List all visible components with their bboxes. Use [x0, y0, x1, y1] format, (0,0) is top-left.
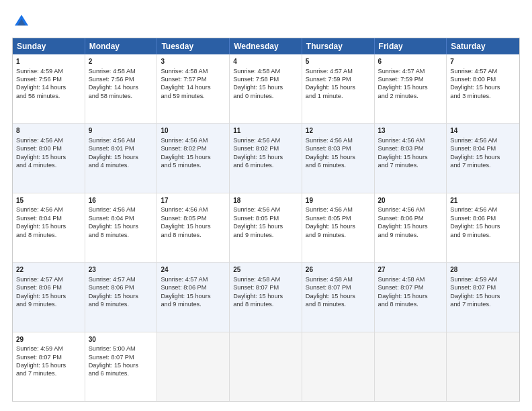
day-info-line: Sunrise: 4:59 AM — [16, 345, 81, 353]
day-info-line: Sunrise: 4:57 AM — [161, 275, 226, 283]
day-info-line: Daylight: 15 hours — [16, 153, 81, 161]
day-info-line: Sunrise: 4:56 AM — [161, 136, 226, 144]
day-info-line: Sunrise: 4:57 AM — [378, 67, 443, 75]
day-info-line: Sunrise: 4:56 AM — [89, 205, 154, 214]
day-info-line: Sunrise: 5:00 AM — [89, 345, 154, 353]
day-info-line: Daylight: 15 hours — [450, 153, 516, 161]
day-number: 25 — [233, 265, 298, 275]
day-info-line: Sunset: 8:07 PM — [306, 283, 371, 291]
day-info-line: Sunrise: 4:58 AM — [161, 67, 226, 75]
day-number: 17 — [161, 196, 226, 205]
day-info-line: and 9 minutes. — [306, 231, 371, 239]
day-info-line: Daylight: 15 hours — [89, 361, 154, 369]
day-info-line: Sunrise: 4:59 AM — [16, 67, 81, 75]
header — [12, 12, 520, 31]
day-number: 23 — [89, 265, 154, 275]
day-info-line: and 4 minutes. — [89, 161, 154, 169]
calendar-cell: 21Sunrise: 4:56 AMSunset: 8:06 PMDayligh… — [447, 193, 519, 262]
day-number: 15 — [16, 196, 81, 205]
calendar-row: 15Sunrise: 4:56 AMSunset: 8:04 PMDayligh… — [13, 193, 519, 262]
calendar-cell: 7Sunrise: 4:57 AMSunset: 8:00 PMDaylight… — [447, 54, 519, 123]
day-info-line: Sunrise: 4:57 AM — [306, 67, 371, 75]
day-info-line: Sunrise: 4:57 AM — [450, 67, 516, 75]
day-info-line: and 2 minutes. — [378, 92, 443, 100]
day-info-line: Sunrise: 4:58 AM — [233, 275, 298, 283]
page: SundayMondayTuesdayWednesdayThursdayFrid… — [0, 0, 532, 411]
calendar-cell: 27Sunrise: 4:58 AMSunset: 8:07 PMDayligh… — [375, 263, 447, 331]
calendar-cell: 14Sunrise: 4:56 AMSunset: 8:04 PMDayligh… — [447, 124, 519, 192]
day-info-line: Daylight: 15 hours — [378, 222, 443, 230]
day-info-line: Daylight: 15 hours — [233, 222, 298, 230]
day-info-line: Sunset: 8:01 PM — [89, 144, 154, 152]
calendar-cell: 18Sunrise: 4:56 AMSunset: 8:05 PMDayligh… — [230, 193, 302, 262]
calendar-cell — [157, 332, 230, 401]
calendar-cell: 11Sunrise: 4:56 AMSunset: 8:02 PMDayligh… — [230, 124, 302, 192]
day-info-line: Sunset: 8:04 PM — [89, 214, 154, 222]
day-info-line: and 0 minutes. — [233, 92, 298, 100]
day-number: 7 — [450, 57, 516, 66]
day-info-line: and 8 minutes. — [233, 300, 298, 308]
calendar-cell: 9Sunrise: 4:56 AMSunset: 8:01 PMDaylight… — [85, 124, 158, 192]
calendar-cell: 29Sunrise: 4:59 AMSunset: 8:07 PMDayligh… — [13, 332, 85, 401]
day-number: 12 — [306, 126, 371, 136]
day-info-line: and 6 minutes. — [233, 161, 298, 169]
day-number: 19 — [306, 196, 371, 205]
calendar-cell: 28Sunrise: 4:59 AMSunset: 8:07 PMDayligh… — [447, 263, 519, 331]
day-info-line: Daylight: 15 hours — [450, 83, 516, 91]
day-info-line: Daylight: 15 hours — [450, 292, 516, 300]
calendar-cell: 10Sunrise: 4:56 AMSunset: 8:02 PMDayligh… — [157, 124, 230, 192]
day-info-line: Daylight: 15 hours — [306, 153, 371, 161]
day-info-line: and 9 minutes. — [161, 300, 226, 308]
day-info-line: and 8 minutes. — [306, 300, 371, 308]
day-info-line: Sunrise: 4:56 AM — [233, 205, 298, 214]
calendar-cell: 6Sunrise: 4:57 AMSunset: 7:59 PMDaylight… — [375, 54, 447, 123]
day-info-line: Sunset: 8:06 PM — [161, 283, 226, 291]
day-number: 3 — [161, 57, 226, 66]
day-info-line: Sunrise: 4:56 AM — [450, 136, 516, 144]
calendar-row: 1Sunrise: 4:59 AMSunset: 7:56 PMDaylight… — [13, 54, 519, 123]
day-info-line: Daylight: 15 hours — [161, 153, 226, 161]
day-info-line: and 7 minutes. — [16, 369, 81, 377]
day-info-line: Sunset: 8:07 PM — [378, 283, 443, 291]
day-number: 8 — [16, 126, 81, 136]
day-info-line: Daylight: 15 hours — [89, 292, 154, 300]
day-info-line: Daylight: 15 hours — [306, 222, 371, 230]
day-info-line: Daylight: 15 hours — [378, 292, 443, 300]
calendar-cell: 19Sunrise: 4:56 AMSunset: 8:05 PMDayligh… — [302, 193, 375, 262]
day-info-line: and 1 minute. — [306, 92, 371, 100]
day-info-line: Sunset: 8:07 PM — [233, 283, 298, 291]
day-info-line: and 6 minutes. — [89, 369, 154, 377]
day-info-line: and 8 minutes. — [378, 300, 443, 308]
calendar-cell: 26Sunrise: 4:58 AMSunset: 8:07 PMDayligh… — [302, 263, 375, 331]
day-info-line: Sunset: 8:06 PM — [89, 283, 154, 291]
calendar-row: 22Sunrise: 4:57 AMSunset: 8:06 PMDayligh… — [13, 262, 519, 331]
calendar-row: 29Sunrise: 4:59 AMSunset: 8:07 PMDayligh… — [13, 332, 519, 401]
day-info-line: Daylight: 15 hours — [233, 153, 298, 161]
day-info-line: Sunset: 8:05 PM — [306, 214, 371, 222]
day-number: 22 — [16, 265, 81, 275]
day-number: 11 — [233, 126, 298, 136]
day-number: 16 — [89, 196, 154, 205]
day-info-line: Sunrise: 4:58 AM — [378, 275, 443, 283]
day-info-line: and 9 minutes. — [16, 300, 81, 308]
day-number: 27 — [378, 265, 443, 275]
day-info-line: Daylight: 15 hours — [16, 222, 81, 230]
day-info-line: Sunrise: 4:57 AM — [16, 275, 81, 283]
day-info-line: Sunrise: 4:56 AM — [161, 205, 226, 214]
day-info-line: Sunset: 8:04 PM — [450, 144, 516, 152]
day-info-line: and 56 minutes. — [16, 92, 81, 100]
day-info-line: Sunrise: 4:56 AM — [450, 205, 516, 214]
day-info-line: Sunset: 8:02 PM — [233, 144, 298, 152]
day-info-line: and 9 minutes. — [378, 231, 443, 239]
day-info-line: Sunset: 7:59 PM — [378, 75, 443, 83]
header-day: Wednesday — [230, 38, 302, 54]
day-info-line: Daylight: 15 hours — [16, 361, 81, 369]
day-info-line: Sunset: 8:03 PM — [378, 144, 443, 152]
day-info-line: Sunset: 8:02 PM — [161, 144, 226, 152]
day-info-line: Sunrise: 4:56 AM — [378, 205, 443, 214]
day-info-line: and 9 minutes. — [89, 300, 154, 308]
calendar: SundayMondayTuesdayWednesdayThursdayFrid… — [12, 38, 520, 402]
day-number: 26 — [306, 265, 371, 275]
day-info-line: Sunrise: 4:57 AM — [89, 275, 154, 283]
day-info-line: Sunset: 7:56 PM — [16, 75, 81, 83]
